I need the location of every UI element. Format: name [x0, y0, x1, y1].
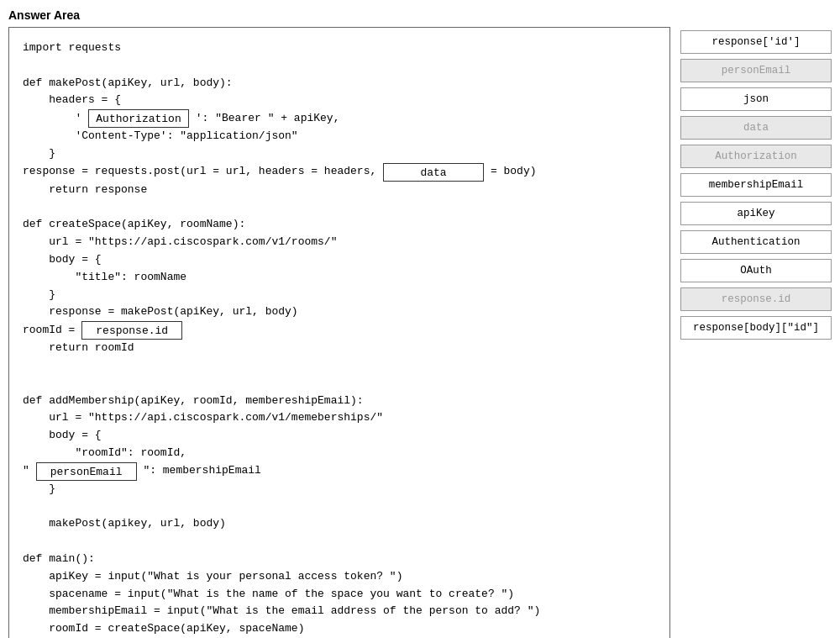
blank-response-id[interactable]: response.id [81, 321, 182, 340]
code-line: return roomId [23, 340, 656, 357]
code-line: } [23, 145, 656, 163]
code-line: 'Content-Type': "application/json" [23, 128, 656, 145]
sidebar-item-data[interactable]: data [680, 116, 832, 140]
code-line: body = { [23, 427, 656, 445]
sidebar-item-authentication[interactable]: Authentication [680, 230, 832, 254]
sidebar-item-membershipEmail[interactable]: membershipEmail [680, 173, 832, 197]
code-line-authorization: ' Authorization ': "Bearer " + apiKey, [23, 109, 656, 128]
code-line [23, 498, 656, 516]
code-line: membershipEmail = input("What is the ema… [23, 603, 656, 620]
code-line: roomId = createSpace(apiKey, spaceName) [23, 620, 656, 638]
code-line: } [23, 287, 656, 304]
code-line: url = "https://api.ciscospark.com/v1/mem… [23, 409, 656, 427]
code-editor: import requests def makePost(apiKey, url… [8, 27, 670, 638]
sidebar: response['id'] personEmail json data Aut… [680, 27, 832, 340]
code-line: headers = { [23, 92, 656, 109]
sidebar-item-authorization[interactable]: Authorization [680, 145, 832, 168]
code-line [23, 375, 656, 393]
sidebar-item-json[interactable]: json [680, 87, 832, 111]
blank-authorization[interactable]: Authorization [88, 109, 189, 128]
code-line: def addMembership(apiKey, roomId, member… [23, 393, 656, 410]
code-line-data: response = requests.post(url = url, head… [23, 163, 656, 182]
code-line: makePost(apikey, url, body) [23, 515, 656, 533]
code-line-personemail: " personEmail ": membershipEmail [23, 462, 656, 481]
code-line: def createSpace(apiKey, roomName): [23, 216, 656, 234]
code-line: import requests [23, 40, 656, 57]
code-line: spacename = input("What is the name of t… [23, 586, 656, 604]
sidebar-item-oauth[interactable]: OAuth [680, 259, 832, 282]
code-line [23, 533, 656, 551]
code-line: def makePost(apiKey, url, body): [23, 75, 656, 92]
code-line [23, 57, 656, 75]
code-line: return response [23, 182, 656, 199]
sidebar-item-response-body-id[interactable]: response[body]["id"] [680, 316, 832, 340]
code-line [23, 199, 656, 217]
code-line: def main(): [23, 551, 656, 568]
code-line [23, 357, 656, 375]
code-line: response = makePost(apiKey, url, body) [23, 303, 656, 321]
sidebar-item-response-id-bracket[interactable]: response['id'] [680, 30, 832, 54]
blank-personemail[interactable]: personEmail [36, 462, 137, 481]
sidebar-item-response-id[interactable]: response.id [680, 287, 832, 311]
answer-area-label: Answer Area [8, 8, 832, 22]
sidebar-item-personEmail[interactable]: personEmail [680, 59, 832, 82]
code-line: apiKey = input("What is your personal ac… [23, 568, 656, 586]
code-line: "title": roomName [23, 269, 656, 287]
code-line: url = "https://api.ciscospark.com/v1/roo… [23, 234, 656, 251]
code-line: body = { [23, 251, 656, 269]
main-container: import requests def makePost(apiKey, url… [8, 27, 832, 638]
code-line: "roomId": roomId, [23, 445, 656, 462]
blank-data[interactable]: data [383, 163, 484, 182]
code-line: } [23, 481, 656, 498]
code-line-roomid: roomId = response.id [23, 321, 656, 340]
sidebar-item-apiKey[interactable]: apiKey [680, 202, 832, 225]
